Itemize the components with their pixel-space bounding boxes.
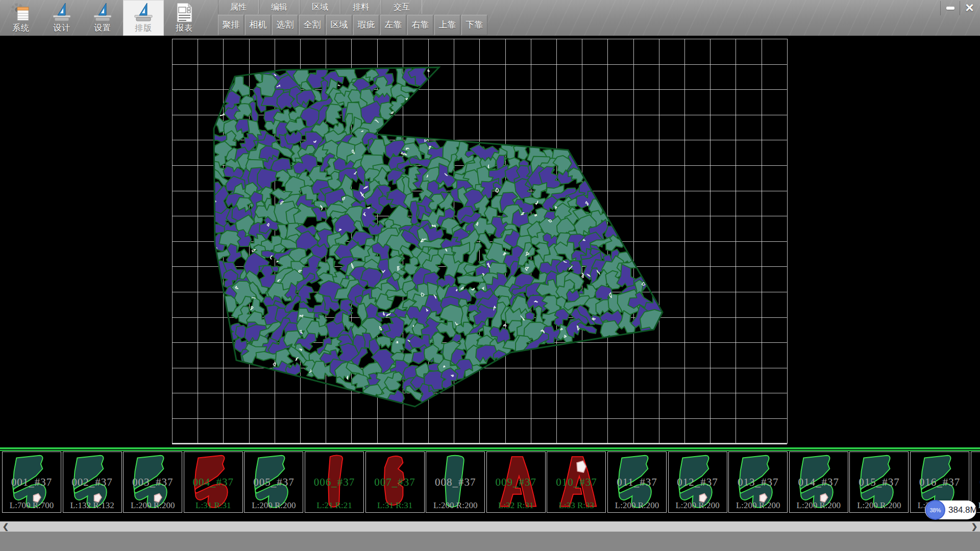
report-icon bbox=[173, 2, 195, 24]
tool-8[interactable]: 右靠 bbox=[407, 15, 433, 35]
tool-10[interactable]: 下靠 bbox=[461, 15, 487, 35]
tool-strip: 聚排相机选割全割区域瑕疵左靠右靠上靠下靠 bbox=[218, 15, 488, 35]
design-icon bbox=[51, 2, 73, 24]
close-button[interactable]: ✕ bbox=[960, 1, 979, 15]
piece-name: 002_#37 bbox=[63, 476, 121, 489]
status-badge: 38% 384.8M bbox=[925, 500, 976, 519]
toolbar-button-label: 设计 bbox=[41, 23, 82, 34]
tool-2[interactable]: 相机 bbox=[245, 15, 271, 35]
piece-thumbnail-008_#37[interactable]: 008_#37L:200 R:200 bbox=[426, 452, 485, 513]
piece-name: 010_#37 bbox=[547, 476, 605, 489]
piece-lr-count: L:31 R:31 bbox=[366, 500, 424, 511]
piece-thumbnail-006_#37[interactable]: 006_#37L:21 R:21 bbox=[305, 452, 364, 513]
piece-name: 014_#37 bbox=[790, 476, 848, 489]
window-controls: ✕ bbox=[940, 1, 979, 15]
piece-name: 008_#37 bbox=[426, 476, 484, 489]
toolbar-button-nesting[interactable]: 排版 bbox=[123, 0, 164, 36]
piece-lr-count: L:21 R:21 bbox=[305, 500, 363, 511]
memory-usage: 384.8M bbox=[948, 500, 977, 519]
close-icon: ✕ bbox=[965, 3, 974, 14]
piece-thumbnail-005_#37[interactable]: 005_#37L:200 R:200 bbox=[244, 452, 303, 513]
piece-name: 015_#37 bbox=[850, 476, 908, 489]
application-window: 系统 设计 设置 排版 bbox=[0, 0, 980, 551]
piece-name: 004_#37 bbox=[184, 476, 242, 489]
tool-1[interactable]: 聚排 bbox=[218, 15, 244, 35]
horizontal-scrollbar[interactable]: ❮ ❯ bbox=[0, 521, 980, 532]
menu-bar: 属性编辑区域排料交互 bbox=[218, 0, 422, 14]
piece-lr-count: L:200 R:200 bbox=[669, 500, 727, 511]
scroll-left-icon[interactable]: ❮ bbox=[0, 521, 11, 532]
toolbar-button-settings[interactable]: 设置 bbox=[82, 0, 123, 36]
piece-lr-count: L:200 R:200 bbox=[850, 500, 908, 511]
piece-lr-count: L:200 R:200 bbox=[608, 500, 666, 511]
tool-4[interactable]: 全割 bbox=[299, 15, 325, 35]
piece-thumbnail-015_#37[interactable]: 015_#37L:200 R:200 bbox=[849, 452, 909, 513]
piece-thumbnail-001_#37[interactable]: 001_#37L:700 R:700 bbox=[2, 452, 61, 513]
piece-lr-count: L:132 R:132 bbox=[63, 500, 121, 511]
tool-9[interactable]: 上靠 bbox=[434, 15, 460, 35]
tool-7[interactable]: 左靠 bbox=[380, 15, 406, 35]
tool-5[interactable]: 区域 bbox=[326, 15, 352, 35]
progress-circle: 38% bbox=[925, 500, 945, 520]
piece-lr-count: L:200 R:200 bbox=[790, 500, 848, 511]
strip-separator bbox=[0, 447, 980, 451]
piece-thumbnail-012_#37[interactable]: 012_#37L:200 R:200 bbox=[668, 452, 727, 513]
toolbar-button-report[interactable]: 报表 bbox=[164, 0, 205, 36]
menu-5[interactable]: 交互 bbox=[381, 0, 422, 14]
piece-name: 009_#37 bbox=[487, 476, 545, 489]
menu-4[interactable]: 排料 bbox=[340, 0, 381, 14]
scroll-right-icon[interactable]: ❯ bbox=[969, 521, 980, 532]
toolbar-button-system[interactable]: 系统 bbox=[1, 0, 41, 36]
piece-thumbnail-004_#37[interactable]: 004_#37L:31 R:31 bbox=[184, 452, 243, 513]
progress-percent: 38% bbox=[929, 507, 941, 513]
piece-lr-count: L:200 R:200 bbox=[124, 500, 182, 511]
toolbar-button-label: 系统 bbox=[1, 23, 41, 34]
toolbar-button-design[interactable]: 设计 bbox=[41, 0, 82, 36]
piece-thumbnail-007_#37[interactable]: 007_#37L:31 R:31 bbox=[365, 452, 425, 513]
piece-lr-count: L:32 R:31 bbox=[487, 500, 545, 511]
piece-name: 001_#37 bbox=[3, 476, 61, 489]
piece-lr-count: L:200 R:200 bbox=[426, 500, 484, 511]
toolbar-button-label: 设置 bbox=[82, 23, 123, 34]
tool-6[interactable]: 瑕疵 bbox=[353, 15, 379, 35]
toolbar-button-label: 排版 bbox=[123, 23, 164, 34]
nesting-canvas-area[interactable] bbox=[0, 36, 980, 447]
tool-3[interactable]: 选割 bbox=[272, 15, 298, 35]
menu-1[interactable]: 属性 bbox=[218, 0, 259, 14]
minimize-button[interactable] bbox=[940, 1, 960, 15]
piece-name: 012_#37 bbox=[669, 476, 727, 489]
minimize-icon bbox=[946, 7, 954, 10]
nesting-canvas[interactable] bbox=[0, 36, 980, 447]
piece-name: 007_#37 bbox=[366, 476, 424, 489]
piece-name: 006_#37 bbox=[305, 476, 363, 489]
piece-thumbnail-009_#37[interactable]: 009_#37L:32 R:31 bbox=[486, 452, 546, 513]
piece-lr-count: L:200 R:200 bbox=[244, 500, 303, 511]
piece-lr-count: L:200 R:200 bbox=[729, 500, 787, 511]
piece-thumbnail-002_#37[interactable]: 002_#37L:132 R:132 bbox=[63, 452, 122, 513]
piece-name: 016_#37 bbox=[911, 476, 969, 489]
piece-thumbnail-011_#37[interactable]: 011_#37L:200 R:200 bbox=[607, 452, 667, 513]
piece-thumbnail-003_#37[interactable]: 003_#37L:200 R:200 bbox=[123, 452, 182, 513]
toolbar-button-label: 报表 bbox=[164, 23, 205, 34]
settings-icon bbox=[91, 2, 114, 24]
piece-name: 005_#37 bbox=[244, 476, 303, 489]
nesting-icon bbox=[132, 2, 155, 24]
piece-name: 017_#37 bbox=[971, 476, 980, 489]
piece-thumbnail-010_#37[interactable]: 010_#37L:33 R:33 bbox=[547, 452, 606, 513]
piece-lr-count: L:33 R:33 bbox=[547, 500, 605, 511]
piece-name: 013_#37 bbox=[729, 476, 787, 489]
piece-lr-count: L:700 R:700 bbox=[3, 500, 61, 511]
piece-thumbnail-014_#37[interactable]: 014_#37L:200 R:200 bbox=[789, 452, 848, 513]
piece-lr-count: L:31 R:31 bbox=[184, 500, 242, 511]
piece-name: 003_#37 bbox=[124, 476, 182, 489]
menu-2[interactable]: 编辑 bbox=[259, 0, 300, 14]
menu-3[interactable]: 区域 bbox=[300, 0, 340, 14]
piece-thumbnail-013_#37[interactable]: 013_#37L:200 R:200 bbox=[728, 452, 788, 513]
status-bar bbox=[0, 532, 980, 551]
system-icon bbox=[10, 2, 32, 24]
piece-thumbnail-strip: 001_#37L:700 R:700002_#37L:132 R:132003_… bbox=[0, 451, 980, 513]
piece-name: 011_#37 bbox=[608, 476, 666, 489]
